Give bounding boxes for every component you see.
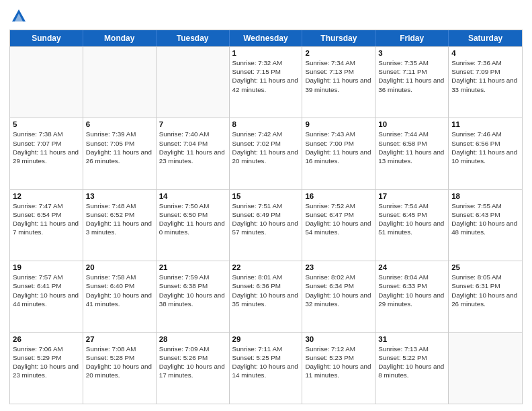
calendar-header-row: SundayMondayTuesdayWednesdayThursdayFrid… — [10, 30, 522, 46]
calendar-week-2: 5Sunrise: 7:38 AM Sunset: 7:07 PM Daylig… — [10, 118, 522, 189]
day-number: 10 — [378, 120, 445, 128]
day-info: Sunrise: 7:57 AM Sunset: 6:41 PM Dayligh… — [13, 273, 80, 308]
calendar-cell: 3Sunrise: 7:35 AM Sunset: 7:11 PM Daylig… — [375, 47, 449, 118]
day-header-monday: Monday — [83, 30, 157, 46]
day-number: 31 — [378, 335, 445, 343]
calendar-cell: 24Sunrise: 8:04 AM Sunset: 6:33 PM Dayli… — [375, 261, 449, 332]
calendar-cell — [157, 47, 230, 118]
calendar-cell: 21Sunrise: 7:59 AM Sunset: 6:38 PM Dayli… — [157, 261, 230, 332]
calendar-cell: 10Sunrise: 7:44 AM Sunset: 6:58 PM Dayli… — [375, 118, 449, 189]
calendar-week-5: 26Sunrise: 7:06 AM Sunset: 5:29 PM Dayli… — [10, 332, 522, 404]
day-info: Sunrise: 7:43 AM Sunset: 7:00 PM Dayligh… — [305, 130, 372, 165]
day-number: 17 — [378, 192, 445, 200]
day-info: Sunrise: 7:32 AM Sunset: 7:15 PM Dayligh… — [232, 58, 300, 94]
day-number: 23 — [305, 263, 372, 271]
calendar-cell: 13Sunrise: 7:48 AM Sunset: 6:52 PM Dayli… — [83, 190, 157, 261]
day-info: Sunrise: 7:35 AM Sunset: 7:11 PM Dayligh… — [378, 58, 445, 94]
day-info: Sunrise: 7:08 AM Sunset: 5:28 PM Dayligh… — [86, 345, 153, 380]
calendar-cell: 23Sunrise: 8:02 AM Sunset: 6:34 PM Dayli… — [302, 261, 375, 332]
day-info: Sunrise: 7:38 AM Sunset: 7:07 PM Dayligh… — [13, 130, 80, 165]
day-info: Sunrise: 7:39 AM Sunset: 7:05 PM Dayligh… — [86, 130, 153, 165]
day-number: 29 — [232, 335, 300, 343]
calendar-cell: 2Sunrise: 7:34 AM Sunset: 7:13 PM Daylig… — [302, 47, 375, 118]
day-number: 30 — [305, 335, 372, 343]
day-number: 27 — [86, 335, 153, 343]
day-info: Sunrise: 7:12 AM Sunset: 5:23 PM Dayligh… — [305, 345, 372, 380]
day-info: Sunrise: 7:51 AM Sunset: 6:49 PM Dayligh… — [232, 201, 300, 237]
calendar-body: 1Sunrise: 7:32 AM Sunset: 7:15 PM Daylig… — [10, 46, 522, 404]
day-info: Sunrise: 7:47 AM Sunset: 6:54 PM Dayligh… — [13, 201, 80, 237]
day-number: 19 — [13, 263, 80, 271]
day-info: Sunrise: 7:42 AM Sunset: 7:02 PM Dayligh… — [232, 130, 300, 165]
day-info: Sunrise: 7:09 AM Sunset: 5:26 PM Dayligh… — [159, 345, 226, 380]
calendar-cell: 18Sunrise: 7:55 AM Sunset: 6:43 PM Dayli… — [449, 190, 522, 261]
day-number: 8 — [232, 120, 300, 128]
logo — [9, 7, 31, 26]
day-number: 21 — [159, 263, 226, 271]
day-number: 12 — [13, 192, 80, 200]
day-header-sunday: Sunday — [10, 30, 83, 46]
calendar-cell: 9Sunrise: 7:43 AM Sunset: 7:00 PM Daylig… — [302, 118, 375, 189]
day-number: 5 — [13, 120, 80, 128]
calendar-cell — [83, 47, 157, 118]
day-info: Sunrise: 7:48 AM Sunset: 6:52 PM Dayligh… — [86, 201, 153, 237]
calendar-cell: 14Sunrise: 7:50 AM Sunset: 6:50 PM Dayli… — [157, 190, 230, 261]
day-number: 22 — [232, 263, 300, 271]
calendar-cell: 22Sunrise: 8:01 AM Sunset: 6:36 PM Dayli… — [230, 261, 303, 332]
day-number: 13 — [86, 192, 153, 200]
calendar-cell: 15Sunrise: 7:51 AM Sunset: 6:49 PM Dayli… — [230, 190, 303, 261]
calendar-week-1: 1Sunrise: 7:32 AM Sunset: 7:15 PM Daylig… — [10, 46, 522, 118]
day-number: 4 — [451, 49, 519, 57]
day-header-thursday: Thursday — [302, 30, 375, 46]
calendar-cell: 30Sunrise: 7:12 AM Sunset: 5:23 PM Dayli… — [302, 333, 375, 404]
logo-icon — [9, 7, 28, 26]
day-info: Sunrise: 7:36 AM Sunset: 7:09 PM Dayligh… — [451, 58, 519, 94]
day-number: 2 — [305, 49, 372, 57]
day-info: Sunrise: 7:46 AM Sunset: 6:56 PM Dayligh… — [451, 130, 519, 165]
day-info: Sunrise: 7:11 AM Sunset: 5:25 PM Dayligh… — [232, 345, 300, 380]
day-number: 7 — [159, 120, 226, 128]
day-number: 28 — [159, 335, 226, 343]
day-info: Sunrise: 8:05 AM Sunset: 6:31 PM Dayligh… — [451, 273, 519, 308]
day-info: Sunrise: 7:44 AM Sunset: 6:58 PM Dayligh… — [378, 130, 445, 165]
day-header-saturday: Saturday — [449, 30, 522, 46]
calendar-week-4: 19Sunrise: 7:57 AM Sunset: 6:41 PM Dayli… — [10, 261, 522, 332]
calendar-cell — [449, 333, 522, 404]
day-number: 15 — [232, 192, 300, 200]
day-info: Sunrise: 7:50 AM Sunset: 6:50 PM Dayligh… — [159, 201, 226, 237]
calendar-cell: 26Sunrise: 7:06 AM Sunset: 5:29 PM Dayli… — [10, 333, 83, 404]
day-number: 11 — [451, 120, 519, 128]
calendar-cell: 27Sunrise: 7:08 AM Sunset: 5:28 PM Dayli… — [83, 333, 157, 404]
day-number: 14 — [159, 192, 226, 200]
day-number: 3 — [378, 49, 445, 57]
calendar-cell: 19Sunrise: 7:57 AM Sunset: 6:41 PM Dayli… — [10, 261, 83, 332]
day-number: 20 — [86, 263, 153, 271]
day-header-tuesday: Tuesday — [157, 30, 230, 46]
day-info: Sunrise: 7:06 AM Sunset: 5:29 PM Dayligh… — [13, 345, 80, 380]
day-info: Sunrise: 8:02 AM Sunset: 6:34 PM Dayligh… — [305, 273, 372, 308]
calendar-cell: 1Sunrise: 7:32 AM Sunset: 7:15 PM Daylig… — [230, 47, 303, 118]
day-info: Sunrise: 7:13 AM Sunset: 5:22 PM Dayligh… — [378, 345, 445, 380]
day-number: 18 — [451, 192, 519, 200]
page: SundayMondayTuesdayWednesdayThursdayFrid… — [0, 0, 532, 411]
calendar-cell: 8Sunrise: 7:42 AM Sunset: 7:02 PM Daylig… — [230, 118, 303, 189]
day-info: Sunrise: 7:34 AM Sunset: 7:13 PM Dayligh… — [305, 58, 372, 94]
header — [9, 7, 523, 26]
day-info: Sunrise: 8:04 AM Sunset: 6:33 PM Dayligh… — [378, 273, 445, 308]
calendar-cell: 11Sunrise: 7:46 AM Sunset: 6:56 PM Dayli… — [449, 118, 522, 189]
day-info: Sunrise: 7:55 AM Sunset: 6:43 PM Dayligh… — [451, 201, 519, 237]
calendar-cell: 29Sunrise: 7:11 AM Sunset: 5:25 PM Dayli… — [230, 333, 303, 404]
calendar-cell: 25Sunrise: 8:05 AM Sunset: 6:31 PM Dayli… — [449, 261, 522, 332]
day-info: Sunrise: 7:52 AM Sunset: 6:47 PM Dayligh… — [305, 201, 372, 237]
calendar-cell: 20Sunrise: 7:58 AM Sunset: 6:40 PM Dayli… — [83, 261, 157, 332]
day-number: 1 — [232, 49, 300, 57]
day-info: Sunrise: 7:59 AM Sunset: 6:38 PM Dayligh… — [159, 273, 226, 308]
calendar-cell: 31Sunrise: 7:13 AM Sunset: 5:22 PM Dayli… — [375, 333, 449, 404]
day-number: 26 — [13, 335, 80, 343]
day-number: 24 — [378, 263, 445, 271]
calendar-cell: 7Sunrise: 7:40 AM Sunset: 7:04 PM Daylig… — [157, 118, 230, 189]
day-info: Sunrise: 7:54 AM Sunset: 6:45 PM Dayligh… — [378, 201, 445, 237]
calendar: SundayMondayTuesdayWednesdayThursdayFrid… — [9, 30, 523, 404]
calendar-cell — [10, 47, 83, 118]
calendar-cell: 12Sunrise: 7:47 AM Sunset: 6:54 PM Dayli… — [10, 190, 83, 261]
